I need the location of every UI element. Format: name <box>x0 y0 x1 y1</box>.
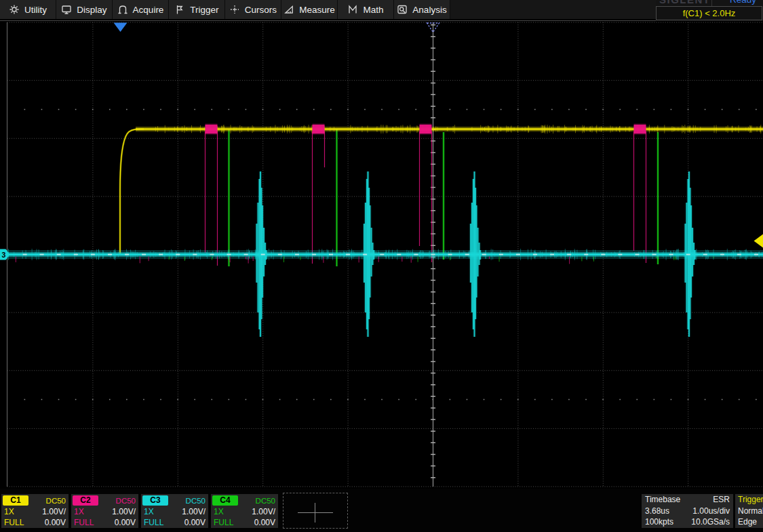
trigger-type: Edge <box>735 516 763 528</box>
bandwidth-label: FULL <box>214 518 233 527</box>
channel-badge[interactable]: C1 <box>3 495 28 506</box>
crosshair-icon <box>298 512 333 513</box>
bandwidth-label: FULL <box>74 518 94 527</box>
menu-label: Cursors <box>245 5 277 15</box>
crosshair-icon <box>315 503 315 523</box>
menu-separator-line <box>0 20 763 21</box>
trigger-box[interactable]: Trigger Normal Edge <box>735 494 763 528</box>
menu-cursors[interactable]: Cursors <box>225 0 281 19</box>
channel-box-c2[interactable]: C2DC50 1X1.00V/ FULL0.00V <box>71 494 138 528</box>
coupling-label: DC50 <box>186 497 206 505</box>
measure-icon <box>283 4 294 15</box>
vertical-scale: 1.00V/ <box>252 507 275 516</box>
channel-badge[interactable]: C3 <box>142 495 168 506</box>
acquisition-status: Ready <box>730 0 756 5</box>
timebase-scale: 1.00us/div <box>692 506 730 516</box>
menu-utility[interactable]: Utility <box>0 0 56 19</box>
timebase-box[interactable]: TimebaseESR 3.68us1.00us/div 100kpts10.0… <box>642 494 733 528</box>
channel-offset-marker-label: 3 <box>2 251 6 259</box>
vertical-scale: 1.00V/ <box>42 507 66 516</box>
memory-depth: 100kpts <box>645 517 673 527</box>
channel-box-c1[interactable]: C1DC50 1X1.00V/ FULL0.00V <box>1 494 69 528</box>
analysis-icon <box>397 4 408 15</box>
offset-value: 0.00V <box>115 518 136 527</box>
menu-label: Utility <box>24 5 47 15</box>
attenuation-label: 1X <box>74 507 84 516</box>
display-icon <box>61 4 72 15</box>
math-icon <box>347 4 358 15</box>
channel-box-c3[interactable]: C3DC50 1X1.00V/ FULL0.00V <box>141 494 208 528</box>
menu-bar: Utility Display Acquire Trigger Cursors … <box>0 0 763 19</box>
gear-icon <box>9 4 20 15</box>
acquire-icon <box>117 4 128 15</box>
menu-analysis[interactable]: Analysis <box>394 0 450 19</box>
trigger-frequency-readout: f(C1) < 2.0Hz <box>656 6 762 20</box>
channel-badge[interactable]: C4 <box>212 495 238 506</box>
menu-label: Display <box>77 5 106 15</box>
offset-value: 0.00V <box>45 518 66 527</box>
trigger-position-marker[interactable] <box>114 23 128 33</box>
siglent-logo: SIGLENT <box>659 0 711 5</box>
offset-value: 0.00V <box>184 518 206 527</box>
status-divider <box>711 0 712 6</box>
timebase-title: Timebase <box>645 495 680 504</box>
trigger-sweep-mode: Normal <box>735 506 763 517</box>
offset-value: 0.00V <box>254 518 275 527</box>
attenuation-label: 1X <box>214 507 224 516</box>
waveform-preview-dropzone[interactable] <box>283 493 348 529</box>
channel-box-c4[interactable]: C4DC50 1X1.00V/ FULL0.00V <box>211 494 278 528</box>
menu-acquire[interactable]: Acquire <box>113 0 169 19</box>
coupling-label: DC50 <box>46 497 66 505</box>
trigger-title: Trigger <box>735 494 763 506</box>
menu-trigger[interactable]: Trigger <box>169 0 225 19</box>
menu-label: Analysis <box>412 5 446 15</box>
bandwidth-label: FULL <box>144 518 163 527</box>
status-area: SIGLENT Ready f(C1) < 2.0Hz <box>656 0 763 21</box>
menu-label: Trigger <box>190 5 218 15</box>
sample-rate: 10.0GSa/s <box>691 517 730 527</box>
bottom-status-bar: C1DC50 1X1.00V/ FULL0.00V C2DC50 1X1.00V… <box>0 489 763 532</box>
vertical-scale: 1.00V/ <box>182 507 206 516</box>
waveform-canvas: 3 <box>0 21 763 489</box>
coupling-label: DC50 <box>256 497 275 505</box>
menu-label: Measure <box>299 5 335 15</box>
menu-label: Acquire <box>133 5 164 15</box>
channel-badge[interactable]: C2 <box>73 495 98 506</box>
waveform-display-area[interactable]: 3 <box>0 21 763 489</box>
timebase-delay: 3.68us <box>645 506 669 516</box>
timebase-mode: ESR <box>713 495 730 504</box>
menu-display[interactable]: Display <box>56 0 113 19</box>
menu-label: Math <box>363 5 383 15</box>
oscilloscope-screen: { "menu": { "items": [ {"icon":"gear-ico… <box>0 0 763 532</box>
coupling-label: DC50 <box>116 497 136 505</box>
bandwidth-label: FULL <box>4 518 24 527</box>
menu-measure[interactable]: Measure <box>281 0 338 19</box>
menu-math[interactable]: Math <box>338 0 394 19</box>
trigger-flag-icon <box>174 4 185 15</box>
cursors-icon <box>229 4 240 15</box>
attenuation-label: 1X <box>144 507 154 516</box>
trigger-level-marker[interactable] <box>754 234 763 248</box>
vertical-scale: 1.00V/ <box>112 507 136 516</box>
attenuation-label: 1X <box>4 507 14 516</box>
